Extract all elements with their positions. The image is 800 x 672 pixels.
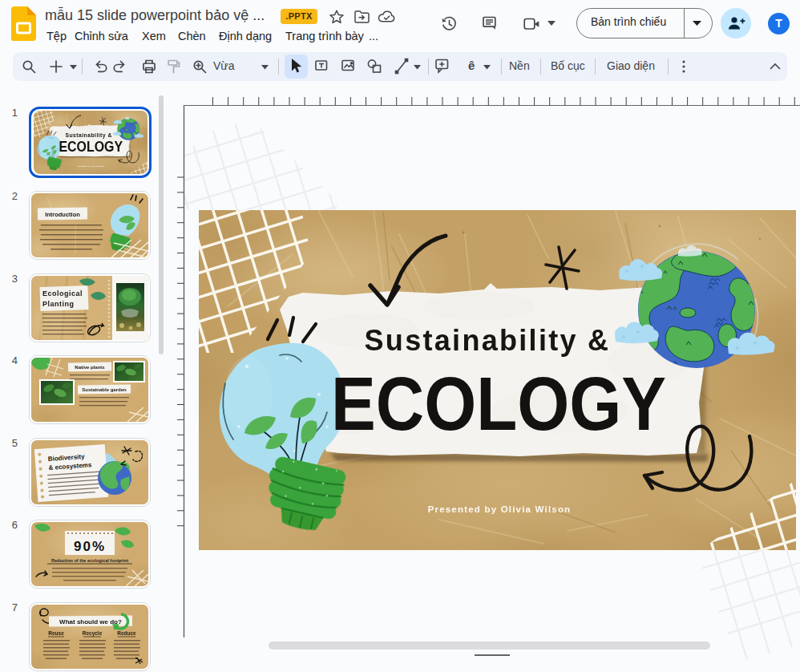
svg-text:90%: 90% (74, 539, 106, 554)
svg-text:Ecological: Ecological (42, 289, 83, 298)
svg-text:Reuse: Reuse (48, 630, 64, 636)
svg-text:Nền: Nền (509, 59, 530, 72)
svg-text:Bố cục: Bố cục (551, 59, 585, 72)
svg-text:ê: ê (468, 59, 475, 72)
svg-text:Vừa: Vừa (213, 59, 235, 72)
svg-text:Recycle: Recycle (83, 630, 103, 637)
svg-text:Reduce: Reduce (117, 630, 136, 636)
svg-text:Native plants: Native plants (75, 365, 105, 370)
svg-text:Giao diện: Giao diện (607, 59, 655, 72)
svg-text:Reduction of the ecological fo: Reduction of the ecological footprint (51, 558, 128, 563)
svg-text:Sustainable garden: Sustainable garden (82, 387, 127, 392)
svg-text:Planting: Planting (42, 300, 75, 308)
svg-text:Introduction: Introduction (45, 211, 80, 218)
